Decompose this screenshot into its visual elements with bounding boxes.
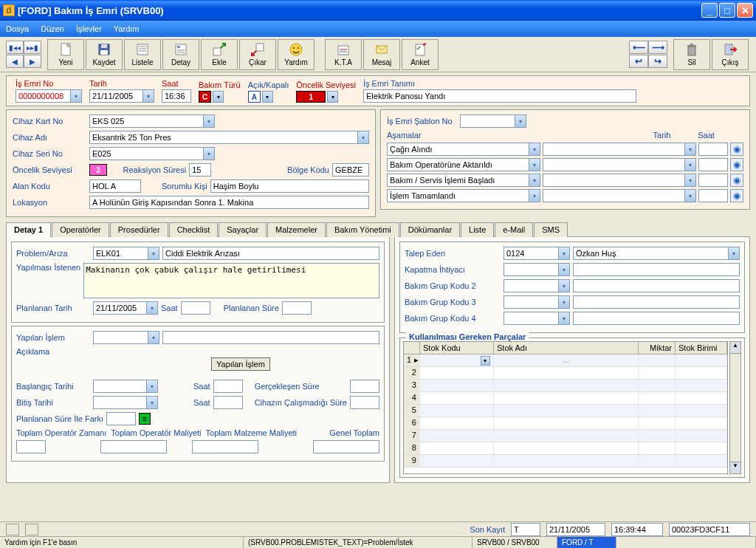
baslangic-combo[interactable]: ▾ (93, 380, 158, 393)
col-miktar[interactable]: Miktar (639, 342, 676, 354)
chevron-down-icon[interactable]: ▾ (146, 302, 157, 314)
tab-detay1[interactable]: Detay 1 (6, 222, 51, 237)
nav-next-button[interactable]: ▶ (24, 55, 41, 68)
kartno-combo[interactable]: EKS 025▾ (89, 114, 215, 128)
chevron-down-icon[interactable]: ▾ (684, 143, 695, 155)
stage-time-input[interactable] (698, 158, 728, 171)
stage-combo[interactable]: Bakım Operatörüne Aktarıldı▾ (387, 158, 540, 171)
yapilan-islem-button[interactable]: Yapılan İşlem (211, 357, 270, 371)
plantarih-combo[interactable]: 21/11/2005▾ (93, 301, 158, 315)
stage-action-button[interactable]: ◉ (730, 174, 743, 187)
chevron-down-icon[interactable]: ▾ (148, 332, 159, 343)
yapilan-combo[interactable]: ▾ (93, 331, 159, 344)
kaydet-button[interactable]: Kaydet (86, 39, 123, 70)
chevron-down-icon[interactable]: ▾ (529, 159, 540, 171)
nav-last-button[interactable]: ▸▸▮ (24, 41, 41, 54)
scroll-up-icon[interactable]: ▲ (730, 342, 740, 354)
arrow-right-up[interactable]: ⟶ (648, 41, 667, 54)
tanim-input[interactable] (363, 89, 636, 103)
chevron-down-icon[interactable]: ▾ (146, 380, 157, 392)
fark-input[interactable] (106, 412, 136, 425)
menu-dosya[interactable]: Dosya (6, 24, 29, 33)
yeni-button[interactable]: Yeni (47, 39, 84, 70)
saat-input[interactable] (162, 89, 191, 103)
tab-dokumanlar[interactable]: Dökümanlar (400, 222, 460, 237)
chevron-down-icon[interactable]: ▾ (203, 115, 214, 127)
chevron-down-icon[interactable]: ▾ (70, 90, 81, 102)
chevron-down-icon[interactable]: ▾ (203, 148, 214, 160)
close-button[interactable]: ✕ (737, 3, 753, 18)
tab-checklist[interactable]: Checklist (169, 222, 219, 237)
serino-combo[interactable]: E025▾ (89, 147, 215, 160)
table-row[interactable]: 4 (404, 392, 727, 405)
chevron-down-icon[interactable]: ▾ (558, 280, 569, 292)
col-stokkodu[interactable]: Stok Kodu (420, 342, 494, 354)
arrow-left-down[interactable]: ↩ (629, 55, 648, 68)
footer-btn2[interactable] (25, 524, 38, 535)
chevron-down-icon[interactable]: ▾ (558, 312, 569, 324)
chevron-down-icon[interactable]: ▾ (148, 247, 159, 259)
listele-button[interactable]: Listele (124, 39, 161, 70)
menu-yardim[interactable]: Yardım (114, 24, 140, 33)
bolge-input[interactable] (332, 163, 369, 177)
topopm-input[interactable] (100, 440, 167, 453)
chevron-down-icon[interactable]: ▾ (357, 131, 368, 143)
problem-text-input[interactable] (162, 247, 379, 260)
kta-button[interactable]: K.T.A (325, 39, 362, 70)
grup3-input[interactable] (573, 295, 740, 309)
cikar-button[interactable]: Çıkar (239, 39, 276, 70)
table-row[interactable]: 6 (404, 417, 727, 430)
arrow-right-down[interactable]: ↪ (648, 55, 667, 68)
plansure-input[interactable] (282, 301, 312, 315)
sorumlu-input[interactable] (210, 179, 369, 193)
menu-duzen[interactable]: Düzen (41, 24, 64, 33)
table-row[interactable]: 3 (404, 380, 727, 392)
stage-time-input[interactable] (698, 174, 728, 187)
chevron-down-icon[interactable]: ▾ (684, 174, 695, 186)
stage-action-button[interactable]: ◉ (730, 143, 743, 156)
gerceklesen-input[interactable] (350, 380, 379, 393)
table-row[interactable]: 5 (404, 405, 727, 417)
istenen-textarea[interactable] (83, 263, 379, 298)
table-row[interactable]: 9 (404, 455, 727, 467)
alan-input[interactable] (89, 179, 141, 193)
grup4-combo[interactable]: ▾ (504, 312, 570, 325)
stage-time-input[interactable] (698, 189, 728, 202)
lokasyon-input[interactable] (89, 196, 369, 209)
table-row[interactable]: 8 (404, 442, 727, 455)
talep-name-combo[interactable]: Özkan Huş▾ (573, 247, 740, 260)
kapatma-input[interactable] (573, 263, 740, 276)
minimize-button[interactable]: _ (701, 3, 718, 18)
tab-email[interactable]: e-Mail (495, 222, 533, 237)
tab-malzemeler[interactable]: Malzemeler (267, 222, 326, 237)
chevron-down-icon[interactable]: ▾ (558, 264, 569, 275)
stage-combo[interactable]: Çağrı Alındı▾ (387, 143, 540, 156)
stage-date-combo[interactable]: ▾ (543, 143, 696, 156)
col-stokadi[interactable]: Stok Adı (494, 342, 639, 354)
kapatma-combo[interactable]: ▾ (504, 263, 570, 276)
tab-bakimyonetimi[interactable]: Bakım Yönetimi (326, 222, 399, 237)
chevron-down-icon[interactable]: ▾ (558, 247, 569, 259)
table-row[interactable]: 2 (404, 367, 727, 380)
chevron-down-icon[interactable]: ▾ (558, 296, 569, 308)
grup3-combo[interactable]: ▾ (504, 295, 570, 309)
problem-code-combo[interactable]: ELK01▾ (93, 247, 159, 260)
chevron-down-icon[interactable]: ▾ (146, 397, 157, 408)
table-row[interactable]: 1▸▾... (404, 355, 727, 367)
menu-islevler[interactable]: İşlevler (76, 24, 102, 33)
yapilan-text-input[interactable] (162, 331, 379, 344)
plansaat-input[interactable] (181, 301, 210, 315)
chevron-down-icon[interactable]: ▾ (142, 90, 154, 102)
isemrino-combo[interactable]: 0000000008▾ (16, 89, 82, 103)
stage-date-combo[interactable]: ▾ (543, 158, 696, 171)
chevron-down-icon[interactable]: ▾ (684, 190, 695, 202)
stage-combo[interactable]: Bakım / Servis İşlemi Başladı▾ (387, 174, 540, 187)
col-birim[interactable]: Stok Birimi (676, 342, 727, 354)
chevron-down-icon[interactable]: ▾ (327, 91, 338, 103)
nav-first-button[interactable]: ▮◂◂ (6, 41, 24, 54)
stage-action-button[interactable]: ◉ (730, 189, 743, 202)
tab-operatorler[interactable]: Operatörler (52, 222, 109, 237)
adi-combo[interactable]: Eksantrik 25 Ton Pres▾ (89, 131, 369, 144)
grup2-combo[interactable]: ▾ (504, 279, 570, 292)
chevron-down-icon[interactable]: ▾ (529, 143, 540, 155)
